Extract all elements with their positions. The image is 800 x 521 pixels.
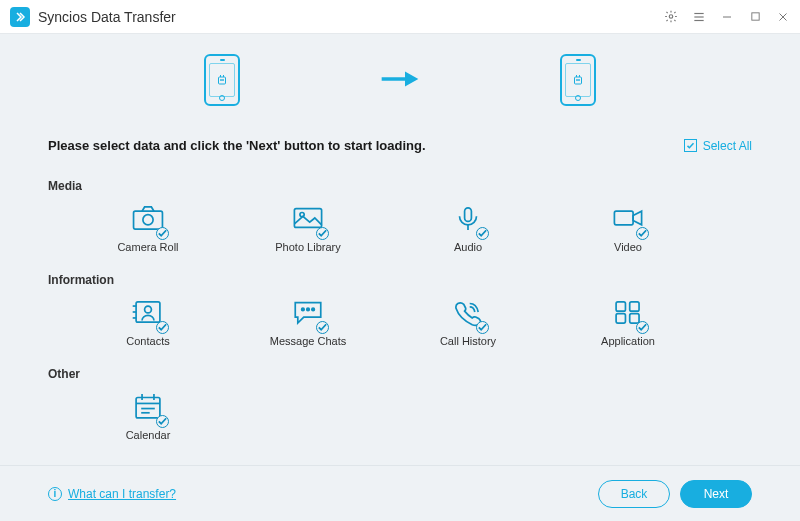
minimize-button[interactable] [720,11,734,23]
check-icon [636,321,649,334]
app-logo [10,7,30,27]
select-all-toggle[interactable]: Select All [684,139,752,153]
svg-rect-35 [616,313,625,322]
select-all-label: Select All [703,139,752,153]
svg-rect-33 [616,301,625,310]
check-icon [636,227,649,240]
svg-rect-34 [630,301,639,310]
transfer-arrow-icon [380,67,420,94]
back-button[interactable]: Back [598,480,670,508]
item-audio[interactable]: Audio [408,203,528,253]
item-call-history[interactable]: Call History [408,297,528,347]
svg-point-32 [312,308,315,311]
help-link[interactable]: i What can I transfer? [48,487,176,501]
section-label-information: Information [48,255,752,293]
transfer-header [0,34,800,120]
check-icon [476,321,489,334]
item-message-chats[interactable]: Message Chats [248,297,368,347]
svg-rect-13 [575,77,582,84]
check-icon [156,321,169,334]
maximize-button[interactable] [748,11,762,22]
svg-point-31 [307,308,310,311]
item-application[interactable]: Application [568,297,688,347]
item-label: Camera Roll [117,241,178,253]
app-title: Syncios Data Transfer [38,9,176,25]
check-icon [316,321,329,334]
item-calendar[interactable]: Calendar [88,391,208,441]
item-label: Photo Library [275,241,340,253]
source-device-icon [204,54,240,106]
svg-point-0 [669,15,673,19]
check-icon [476,227,489,240]
menu-icon[interactable] [692,10,706,24]
svg-point-16 [577,80,578,81]
check-icon [316,227,329,240]
close-button[interactable] [776,11,790,23]
info-icon: i [48,487,62,501]
item-label: Message Chats [270,335,346,347]
svg-point-17 [579,80,580,81]
next-button[interactable]: Next [680,480,752,508]
item-video[interactable]: Video [568,203,688,253]
svg-rect-22 [465,207,472,221]
section-label-other: Other [48,349,752,387]
item-contacts[interactable]: Contacts [88,297,208,347]
select-all-checkbox-icon [684,139,697,152]
item-photo-library[interactable]: Photo Library [248,203,368,253]
svg-point-19 [143,214,153,224]
footer: i What can I transfer? Back Next [0,465,800,521]
help-label: What can I transfer? [68,487,176,501]
check-icon [156,415,169,428]
settings-icon[interactable] [664,9,678,24]
svg-rect-5 [751,13,758,20]
check-icon [156,227,169,240]
titlebar: Syncios Data Transfer [0,0,800,34]
svg-rect-8 [219,77,226,84]
svg-point-11 [221,80,222,81]
item-camera-roll[interactable]: Camera Roll [88,203,208,253]
svg-point-12 [223,80,224,81]
instructions-text: Please select data and click the 'Next' … [48,138,426,153]
svg-point-29 [145,306,152,313]
target-device-icon [560,54,596,106]
section-label-media: Media [48,161,752,199]
svg-point-30 [302,308,305,311]
svg-rect-24 [614,211,633,225]
